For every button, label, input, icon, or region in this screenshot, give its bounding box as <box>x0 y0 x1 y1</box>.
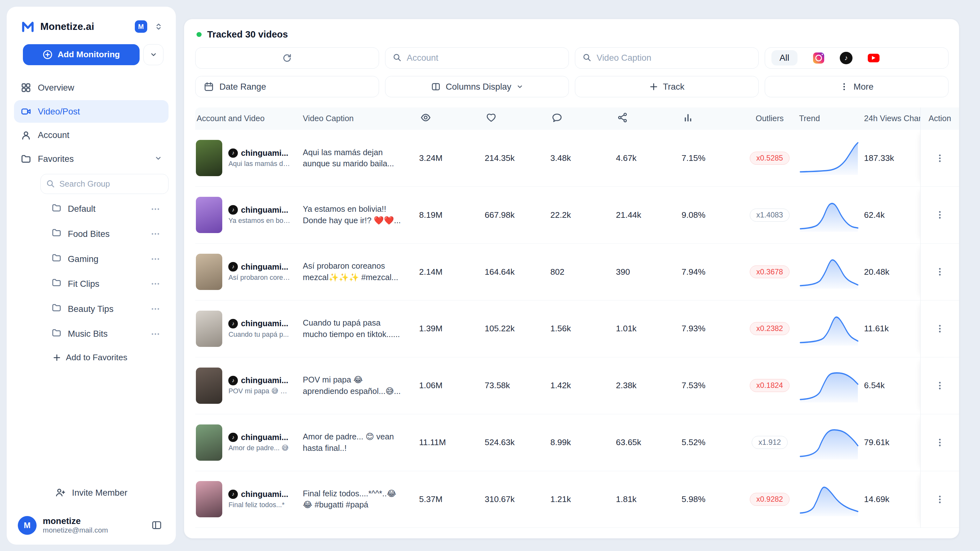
date-range-button[interactable]: Date Range <box>195 76 379 97</box>
row-actions-button[interactable] <box>932 434 948 451</box>
comments-value: 802 <box>549 267 615 277</box>
group-item-gaming[interactable]: Gaming <box>14 247 168 272</box>
video-thumbnail[interactable] <box>196 254 222 290</box>
trend-sparkline <box>799 483 859 516</box>
views-24h-change: 14.69k <box>863 494 920 504</box>
group-more-button[interactable] <box>148 302 162 316</box>
sidebar-item-favorites[interactable]: Favorites <box>14 148 168 170</box>
shares-value: 390 <box>615 267 680 277</box>
tiktok-icon[interactable]: ♪ <box>840 52 852 64</box>
video-caption[interactable]: Así probaron coreanos mezcal✨✨✨ #mezcal.… <box>301 260 418 283</box>
outlier-cell: x0.1824 <box>740 379 798 392</box>
video-caption[interactable]: Cuando tu papá pasa mucho tiempo en tikt… <box>301 317 418 340</box>
invite-member-button[interactable]: Invite Member <box>14 481 168 505</box>
account-name[interactable]: chinguami... <box>241 148 288 158</box>
columns-display-button[interactable]: Columns Display <box>385 76 568 97</box>
video-thumbnail[interactable] <box>196 368 222 404</box>
add-to-favorites-button[interactable]: Add to Favorites <box>53 353 169 363</box>
engagement-column-icon <box>680 112 740 125</box>
video-thumbnail[interactable] <box>196 424 222 461</box>
group-item-default[interactable]: Default <box>14 196 168 221</box>
more-button[interactable]: More <box>765 76 948 97</box>
group-list: DefaultFood BitesGamingFit ClipsBeauty T… <box>14 196 168 347</box>
folder-icon <box>51 303 61 315</box>
row-actions-button[interactable] <box>932 150 948 166</box>
column-action: Action <box>920 107 958 130</box>
video-subtitle: Aqui las mamás de... <box>228 159 291 168</box>
account-filter <box>385 47 568 68</box>
video-caption[interactable]: POV mi papa 😂 aprendiendo español...😅... <box>301 374 418 397</box>
trend-cell <box>798 198 863 232</box>
monetize-logo-icon <box>20 19 35 34</box>
row-actions-button[interactable] <box>932 320 948 337</box>
track-button[interactable]: Track <box>575 76 758 97</box>
row-actions-button[interactable] <box>932 264 948 280</box>
group-more-button[interactable] <box>148 327 162 341</box>
video-caption[interactable]: Aqui las mamás dejan aunque su marido ba… <box>301 147 418 170</box>
group-more-button[interactable] <box>148 227 162 241</box>
engagement-value: 7.53% <box>680 381 740 390</box>
user-card[interactable]: M monetize monetize@mail.com <box>14 511 168 537</box>
shares-column-icon <box>615 112 680 125</box>
trend-cell <box>798 483 863 516</box>
sidebar-item-overview[interactable]: Overview <box>14 76 168 99</box>
chevron-down-icon[interactable] <box>154 154 162 164</box>
tiktok-icon: ♪ <box>228 205 237 214</box>
sidebar-collapse-button[interactable] <box>148 517 165 533</box>
group-search-input[interactable] <box>40 174 169 194</box>
add-monitoring-dropdown-button[interactable] <box>143 44 164 65</box>
refresh-filter-box[interactable] <box>195 47 379 68</box>
outlier-cell: x0.2382 <box>740 322 798 335</box>
search-icon <box>46 179 55 191</box>
row-actions-button[interactable] <box>932 207 948 223</box>
group-more-button[interactable] <box>148 252 162 266</box>
group-more-button[interactable] <box>148 202 162 216</box>
video-subtitle: Cuando tu papá p... <box>228 330 289 339</box>
sidebar-item-account[interactable]: Account <box>14 124 168 147</box>
instagram-icon[interactable] <box>813 52 825 64</box>
video-caption[interactable]: Amor de padre... 😊 vean hasta final..! <box>301 431 418 454</box>
add-monitoring-button[interactable]: Add Monitoring <box>23 44 140 65</box>
group-item-food-bites[interactable]: Food Bites <box>14 221 168 247</box>
user-email: monetize@mail.com <box>43 526 142 535</box>
video-thumbnail[interactable] <box>196 140 222 176</box>
shares-value: 21.44k <box>615 210 680 220</box>
account-video-cell: ♪chinguami...Así probaron corea... <box>195 254 301 290</box>
sidebar-item-label: Video/Post <box>38 107 80 117</box>
account-name[interactable]: chinguami... <box>241 262 288 272</box>
account-search-input[interactable] <box>385 48 568 68</box>
workspace-switcher-icon[interactable] <box>152 20 165 33</box>
table-row: ♪chinguami...Así probaron corea...Así pr… <box>195 244 959 301</box>
account-name[interactable]: chinguami... <box>241 319 288 328</box>
account-name[interactable]: chinguami... <box>241 490 288 499</box>
youtube-icon[interactable] <box>867 52 880 64</box>
account-name[interactable]: chinguami... <box>241 205 288 215</box>
video-thumbnail[interactable] <box>196 481 222 517</box>
video-caption[interactable]: Final feliz todos....*^^*..😂😂 #bugatti #… <box>301 488 418 511</box>
group-item-music-bits[interactable]: Music Bits <box>14 322 168 347</box>
search-icon <box>582 53 592 64</box>
row-actions-button[interactable] <box>932 491 948 508</box>
group-item-beauty-tips[interactable]: Beauty Tips <box>14 296 168 322</box>
views-24h-change: 62.4k <box>863 210 920 220</box>
video-thumbnail[interactable] <box>196 197 222 233</box>
account-video-cell: ♪chinguami...POV mi papa 😅 ap... <box>195 368 301 404</box>
video-thumbnail[interactable] <box>196 311 222 347</box>
group-more-button[interactable] <box>148 277 162 291</box>
caption-search-input[interactable] <box>575 48 758 68</box>
account-name[interactable]: chinguami... <box>241 376 288 385</box>
group-item-fit-clips[interactable]: Fit Clips <box>14 272 168 297</box>
platform-all-button[interactable]: All <box>772 50 797 65</box>
column-outliers: Outliers <box>740 114 798 123</box>
comments-value: 1.21k <box>549 494 615 504</box>
outlier-badge: x0.1824 <box>750 379 789 392</box>
views-24h-change: 79.61k <box>863 438 920 447</box>
views-value: 1.39M <box>418 324 483 333</box>
app-title: Monetize.ai <box>40 21 130 32</box>
row-actions-button[interactable] <box>932 377 948 393</box>
likes-value: 105.22k <box>483 324 549 333</box>
video-caption[interactable]: Ya estamos en bolivia!! Donde hay que ir… <box>301 204 418 226</box>
account-name[interactable]: chinguami... <box>241 433 288 442</box>
action-cell <box>920 414 958 471</box>
sidebar-item-video-post[interactable]: Video/Post <box>14 100 168 123</box>
